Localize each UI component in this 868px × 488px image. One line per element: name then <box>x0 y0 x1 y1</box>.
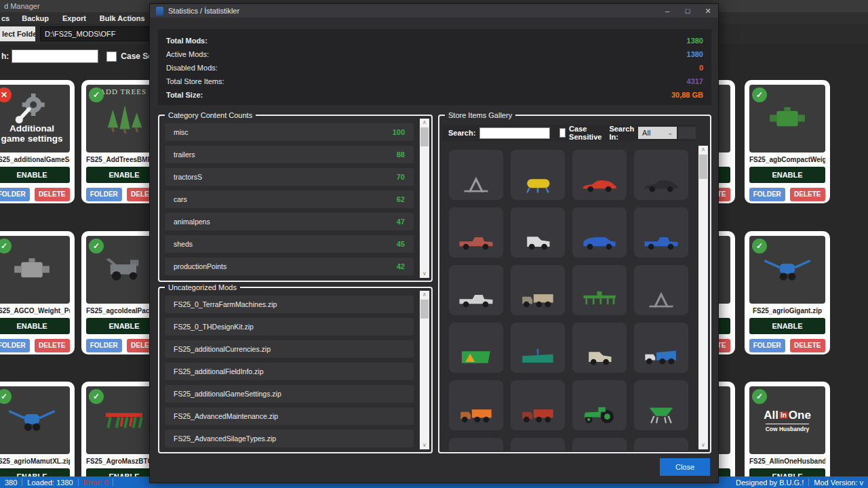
store-item-image <box>519 405 557 424</box>
folder-button[interactable]: FOLDER <box>749 188 785 201</box>
category-row[interactable]: misc100 <box>165 123 414 141</box>
delete-button[interactable]: DELETE <box>35 339 71 352</box>
gallery-case-sensitive-label: Case Sensitive <box>569 125 601 141</box>
uncategorized-row[interactable]: FS25_0_TerraFarmMachines.zip <box>165 296 414 313</box>
delete-button[interactable]: DELETE <box>790 188 826 201</box>
mod-filename: FS25_AGCO_Weight_Push... <box>0 306 70 316</box>
close-icon[interactable]: ✕ <box>698 4 718 18</box>
mod-image-icon <box>7 405 56 435</box>
store-item-tile[interactable] <box>449 323 503 373</box>
store-item-image <box>642 175 680 194</box>
store-item-tile[interactable] <box>572 265 627 315</box>
uncategorized-row[interactable]: FS25_additionalCurrencies.zip <box>165 340 414 358</box>
store-item-tile[interactable] <box>572 438 627 451</box>
dialog-titlebar[interactable]: Statistics / İstatistikler – □ ✕ <box>150 4 718 18</box>
category-counts-title: Category Content Counts <box>165 110 256 120</box>
store-item-tile[interactable] <box>572 380 627 430</box>
menu-item-statistics[interactable]: cs <box>0 14 15 22</box>
store-item-tile[interactable] <box>511 207 565 258</box>
category-row[interactable]: sheds45 <box>165 235 414 253</box>
uncategorized-row[interactable]: FS25_additionalGameSettings.zip <box>165 385 414 403</box>
store-item-tile[interactable] <box>511 438 565 451</box>
stat-value: 1380 <box>687 50 703 58</box>
enable-button[interactable]: ENABLE <box>0 318 70 334</box>
delete-button[interactable]: DELETE <box>790 339 826 352</box>
store-item-tile[interactable] <box>572 323 627 373</box>
enable-button[interactable]: ENABLE <box>749 318 825 334</box>
scroll-up-icon[interactable]: ∧ <box>420 291 429 299</box>
menu-item-export[interactable]: Export <box>56 14 93 22</box>
gallery-search-input[interactable] <box>479 127 550 139</box>
category-row[interactable]: cars62 <box>165 190 414 208</box>
scrollbar[interactable]: ∧ ∨ <box>698 146 708 449</box>
category-row[interactable]: tractorsS70 <box>165 168 414 186</box>
menu-item-backup[interactable]: Backup <box>15 14 56 22</box>
scroll-down-icon[interactable]: ∨ <box>698 441 708 449</box>
uncategorized-row[interactable]: FS25_additionalFieldInfo.zip <box>165 363 414 380</box>
maximize-icon[interactable]: □ <box>677 4 698 18</box>
store-item-tile[interactable] <box>511 380 565 430</box>
enable-button[interactable]: ENABLE <box>0 167 70 183</box>
store-item-tile[interactable] <box>634 150 688 200</box>
store-item-tile[interactable] <box>511 150 565 200</box>
store-item-tile[interactable] <box>511 265 565 315</box>
scrollbar-thumb[interactable] <box>420 127 429 146</box>
store-items-gallery-title: Store Items Gallery <box>445 110 515 120</box>
uncategorized-row[interactable]: FS25_AdvancedMaintenance.zip <box>165 407 414 425</box>
store-item-tile[interactable] <box>634 265 688 315</box>
category-row[interactable]: animalpens47 <box>165 213 414 230</box>
mod-card: ✕ Additionalgame settings FS25_additiona… <box>0 80 75 203</box>
scroll-up-icon[interactable]: ∧ <box>420 119 429 127</box>
search-in-value: All <box>642 129 650 137</box>
store-item-tile[interactable] <box>511 323 565 373</box>
close-button[interactable]: Close <box>660 458 710 476</box>
folder-button[interactable]: FOLDER <box>0 188 30 201</box>
store-item-tile[interactable] <box>449 380 503 430</box>
stat-row-total-mods: Total Mods: 1380 <box>158 34 711 47</box>
store-item-tile[interactable] <box>634 438 688 451</box>
store-item-tile[interactable] <box>449 265 503 315</box>
scroll-down-icon[interactable]: ∨ <box>420 441 429 449</box>
store-item-tile[interactable] <box>449 207 503 258</box>
mod-image-caption: Additionalgame settings <box>1 123 63 144</box>
store-item-tile[interactable] <box>449 150 503 200</box>
uncategorized-row[interactable]: FS25_AdvancedSilageTypes.zip <box>165 430 414 447</box>
store-item-tile[interactable] <box>572 207 627 258</box>
case-sensitive-checkbox[interactable] <box>106 52 117 62</box>
store-item-tile[interactable] <box>572 150 627 200</box>
store-item-tile[interactable] <box>634 380 688 430</box>
menu-item-bulk-actions[interactable]: Bulk Actions <box>93 14 152 22</box>
folder-button[interactable]: FOLDER <box>86 188 122 201</box>
scrollbar-thumb[interactable] <box>420 300 429 319</box>
scroll-up-icon[interactable]: ∧ <box>698 146 708 154</box>
mod-filename: FS25_agbCompactWeight.... <box>749 155 825 165</box>
search-input[interactable] <box>12 49 98 63</box>
scroll-down-icon[interactable]: ∨ <box>420 270 429 278</box>
folder-button[interactable]: FOLDER <box>86 339 122 352</box>
enable-button[interactable]: ENABLE <box>749 167 825 183</box>
scrollbar[interactable]: ∧ ∨ <box>420 119 429 278</box>
folder-button[interactable]: FOLDER <box>749 339 785 352</box>
store-item-tile[interactable] <box>634 207 688 258</box>
store-item-tile[interactable] <box>634 323 688 373</box>
mod-image-caption: ADD TREES <box>100 87 146 97</box>
uncategorized-row[interactable]: FS25_0_THDesignKit.zip <box>165 318 414 336</box>
scrollbar-thumb[interactable] <box>699 155 707 179</box>
folder-path-field[interactable]: D:\FS25_MODS\OFF <box>40 26 151 41</box>
store-item-tile[interactable] <box>449 438 503 451</box>
mod-filename: FS25_agrioGigant.zip <box>749 306 825 316</box>
dialog-icon <box>156 7 163 16</box>
category-row[interactable]: trailers88 <box>165 146 414 163</box>
status-mod-version: Mod Version: v <box>809 479 868 487</box>
scrollbar[interactable]: ∧ ∨ <box>420 291 429 449</box>
delete-button[interactable]: DELETE <box>35 188 71 201</box>
stat-value: 4317 <box>687 77 703 85</box>
folder-button[interactable]: FOLDER <box>0 339 30 352</box>
minimize-icon[interactable]: – <box>657 4 677 18</box>
select-folder-button[interactable]: lect Folder <box>0 26 35 41</box>
category-count: 47 <box>397 218 405 226</box>
gallery-case-sensitive-checkbox[interactable] <box>559 128 566 138</box>
category-row[interactable]: productionPoints42 <box>165 258 414 275</box>
category-count: 62 <box>397 195 405 203</box>
search-in-dropdown[interactable]: All ⌄ <box>638 127 677 139</box>
